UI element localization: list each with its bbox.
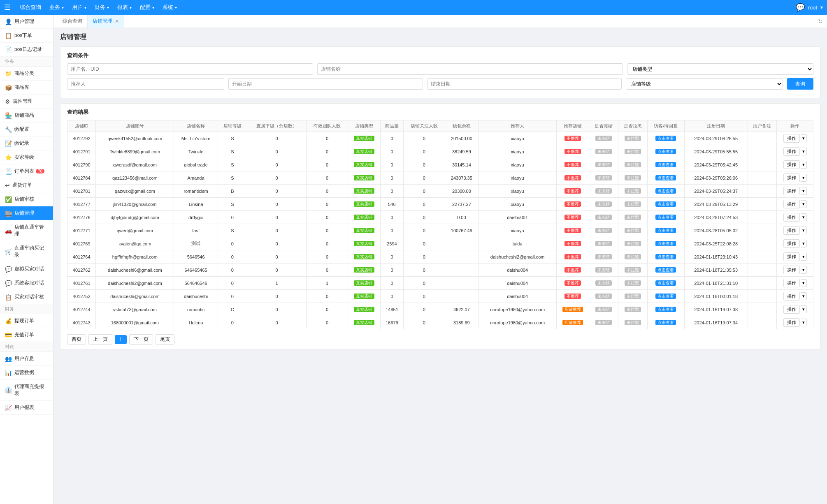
sidebar-item-recharge[interactable]: 💳 充值订单 <box>0 328 53 342</box>
blacklist-badge[interactable]: 未拉黑 <box>625 162 641 167</box>
nav-item-config[interactable]: 配置 ▾ <box>136 0 158 15</box>
action-dropdown[interactable]: ▾ <box>801 213 807 221</box>
visitors-link[interactable]: 点击查看 <box>655 162 676 167</box>
ref-store-badge[interactable]: 不推荐 <box>564 201 581 207</box>
frozen-badge[interactable]: 未冻结 <box>595 241 612 246</box>
sidebar-item-seller-level[interactable]: ⭐ 卖家等级 <box>0 150 53 164</box>
blacklist-badge[interactable]: 未拉黑 <box>625 228 641 233</box>
referrer-input[interactable] <box>67 78 224 90</box>
visitors-link[interactable]: 点击查看 <box>655 241 676 246</box>
frozen-badge[interactable]: 未冻结 <box>595 188 612 194</box>
action-button[interactable]: 操作 <box>783 160 800 169</box>
start-date-input[interactable] <box>228 78 423 90</box>
sidebar-item-virtual-buyer[interactable]: 💬 虚拟买家对话 <box>0 262 53 276</box>
sidebar-item-ops-data[interactable]: 📊 运营数据 <box>0 366 53 380</box>
nav-item-home[interactable]: 综合查询 <box>16 0 45 15</box>
sidebar-item-agent-report[interactable]: 👔 代理商充提报表 <box>0 380 53 401</box>
visitors-link[interactable]: 点击查看 <box>655 307 676 312</box>
nav-item-system[interactable]: 系统 ▾ <box>158 0 181 15</box>
nav-item-finance[interactable]: 财务 ▾ <box>91 0 113 15</box>
ref-store-badge[interactable]: 不推荐 <box>564 280 581 286</box>
action-button[interactable]: 操作 <box>783 292 800 301</box>
action-dropdown[interactable]: ▾ <box>801 319 807 326</box>
action-button[interactable]: 操作 <box>783 200 800 208</box>
visitors-link[interactable]: 点击查看 <box>655 175 676 180</box>
nav-item-business[interactable]: 业务 ▾ <box>45 0 68 15</box>
frozen-badge[interactable]: 未冻结 <box>595 136 612 141</box>
sidebar-item-goods-warehouse[interactable]: 📦 商品库 <box>0 81 53 95</box>
nav-item-user[interactable]: 用户 ▾ <box>68 0 91 15</box>
sidebar-item-return-order[interactable]: ↩ 退货订单 <box>0 178 53 192</box>
blacklist-badge[interactable]: 未拉黑 <box>625 175 641 180</box>
sidebar-item-withdraw[interactable]: 💰 提现订单 <box>0 314 53 328</box>
sidebar-item-user-report[interactable]: 📈 用户报表 <box>0 401 53 415</box>
prev-page-button[interactable]: 上一页 <box>88 334 112 344</box>
action-button[interactable]: 操作 <box>783 147 800 156</box>
tab-close-icon[interactable]: ✕ <box>115 18 119 24</box>
visitors-link[interactable]: 点击查看 <box>655 320 676 325</box>
refresh-icon[interactable]: ↻ <box>818 18 823 25</box>
action-button[interactable]: 操作 <box>783 279 800 287</box>
tab-comprehensive[interactable]: 综合查询 <box>58 15 88 28</box>
sidebar-item-category[interactable]: 📁 商品分类 <box>0 67 53 81</box>
sidebar-item-buyer-audit[interactable]: 📋 买家对话审核 <box>0 290 53 304</box>
ref-store-badge[interactable]: 不推荐 <box>564 149 581 154</box>
blacklist-badge[interactable]: 未拉黑 <box>625 320 641 325</box>
action-dropdown[interactable]: ▾ <box>801 187 807 195</box>
blacklist-badge[interactable]: 未拉黑 <box>625 307 641 312</box>
sidebar-item-pos-log[interactable]: 📄 pos日志记录 <box>0 43 53 57</box>
blacklist-badge[interactable]: 未拉黑 <box>625 188 641 194</box>
blacklist-badge[interactable]: 未拉黑 <box>625 280 641 286</box>
blacklist-badge[interactable]: 未拉黑 <box>625 241 641 246</box>
action-dropdown[interactable]: ▾ <box>801 305 807 313</box>
ref-store-badge[interactable]: 不推荐 <box>564 188 581 194</box>
frozen-badge[interactable]: 未冻结 <box>595 175 612 180</box>
sidebar-item-attribute[interactable]: ⚙ 属性管理 <box>0 95 53 109</box>
action-button[interactable]: 操作 <box>783 318 800 327</box>
visitors-link[interactable]: 点击查看 <box>655 254 676 259</box>
sidebar-item-store-goods[interactable]: 🏪 店铺商品 <box>0 109 53 123</box>
action-dropdown[interactable]: ▾ <box>801 292 807 300</box>
action-dropdown[interactable]: ▾ <box>801 148 807 155</box>
ref-store-badge[interactable]: 不推荐 <box>564 162 581 167</box>
blacklist-badge[interactable]: 未拉黑 <box>625 136 641 141</box>
action-dropdown[interactable]: ▾ <box>801 227 807 234</box>
visitors-link[interactable]: 点击查看 <box>655 215 676 220</box>
action-button[interactable]: 操作 <box>783 187 800 195</box>
visitors-link[interactable]: 点击查看 <box>655 201 676 207</box>
blacklist-badge[interactable]: 未拉黑 <box>625 149 641 154</box>
nav-item-report[interactable]: 报表 ▾ <box>113 0 136 15</box>
store-type-select[interactable]: 店铺类型 真实店铺 虚拟店铺 <box>627 63 813 75</box>
action-dropdown[interactable]: ▾ <box>801 200 807 208</box>
ref-store-badge[interactable]: 不推荐 <box>564 254 581 259</box>
chevron-down-icon[interactable]: ▾ <box>820 5 823 10</box>
sidebar-item-store-direct[interactable]: 🚗 店铺直通车管理 <box>0 220 53 241</box>
ref-store-badge[interactable]: 不推荐 <box>564 241 581 246</box>
frozen-badge[interactable]: 未冻结 <box>595 201 612 207</box>
visitors-link[interactable]: 点击查看 <box>655 188 676 194</box>
action-button[interactable]: 操作 <box>783 173 800 182</box>
ref-store-badge[interactable]: 不推荐 <box>564 175 581 180</box>
ref-store-badge[interactable]: 不推荐 <box>564 136 581 141</box>
visitors-link[interactable]: 点击查看 <box>655 280 676 286</box>
blacklist-badge[interactable]: 未拉黑 <box>625 267 641 273</box>
action-dropdown[interactable]: ▾ <box>801 253 807 261</box>
visitors-link[interactable]: 点击查看 <box>655 294 676 299</box>
frozen-badge[interactable]: 未冻结 <box>595 280 612 286</box>
menu-icon[interactable]: ☰ <box>4 3 11 12</box>
frozen-badge[interactable]: 未冻结 <box>595 215 612 220</box>
sidebar-item-user-balance[interactable]: 👥 用户存息 <box>0 352 53 366</box>
ref-store-badge[interactable]: 不推荐 <box>564 228 581 233</box>
ref-store-badge[interactable]: 店铺推荐 <box>562 307 583 312</box>
visitors-link[interactable]: 点击查看 <box>655 267 676 273</box>
sidebar-item-store-audit[interactable]: ✅ 店铺审核 <box>0 192 53 206</box>
chat-icon[interactable]: 💬 <box>796 3 805 12</box>
action-button[interactable]: 操作 <box>783 266 800 274</box>
action-dropdown[interactable]: ▾ <box>801 161 807 169</box>
blacklist-badge[interactable]: 未拉黑 <box>625 215 641 220</box>
frozen-badge[interactable]: 未冻结 <box>595 320 612 325</box>
tab-store-management[interactable]: 店铺管理 ✕ <box>88 15 124 28</box>
first-page-button[interactable]: 首页 <box>67 334 86 344</box>
frozen-badge[interactable]: 未冻结 <box>595 162 612 167</box>
action-button[interactable]: 操作 <box>783 134 800 143</box>
